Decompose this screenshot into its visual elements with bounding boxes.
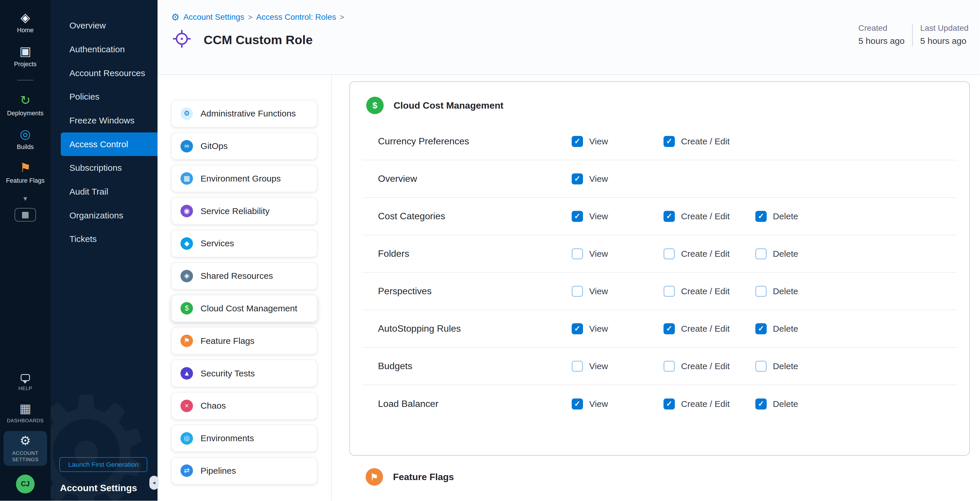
sidebar-item-access-control[interactable]: Access Control xyxy=(61,132,158,156)
checked-checkbox-icon[interactable]: ✓ xyxy=(572,398,583,410)
checked-checkbox-icon[interactable]: ✓ xyxy=(572,136,583,147)
checked-checkbox-icon[interactable]: ✓ xyxy=(663,136,675,147)
unchecked-checkbox-icon[interactable] xyxy=(572,248,583,260)
permission-create-edit-toggle[interactable]: ✓Create / Edit xyxy=(663,398,755,410)
category-gitops[interactable]: ∞GitOps xyxy=(171,132,317,160)
permission-view-toggle[interactable]: ✓View xyxy=(572,211,663,222)
shared-resources-icon: ◈ xyxy=(180,270,193,282)
launch-first-generation-button[interactable]: Launch First Generation xyxy=(59,457,147,472)
unchecked-checkbox-icon[interactable] xyxy=(572,286,583,297)
harness-home-icon: ◈ xyxy=(21,11,30,24)
unchecked-checkbox-icon[interactable] xyxy=(663,248,675,260)
permission-create-edit-toggle[interactable]: Create / Edit xyxy=(663,248,755,260)
sidebar-item-audit-trail[interactable]: Audit Trail xyxy=(51,180,158,204)
permission-row-overview: Overview✓View xyxy=(363,160,957,198)
page-title: CCM Custom Role xyxy=(204,33,313,47)
chaos-icon: × xyxy=(180,400,193,412)
checked-checkbox-icon[interactable]: ✓ xyxy=(663,323,675,335)
checked-checkbox-icon[interactable]: ✓ xyxy=(663,211,675,222)
category-shared-resources[interactable]: ◈Shared Resources xyxy=(171,262,317,290)
services-icon: ◆ xyxy=(180,237,193,250)
breadcrumb-separator: > xyxy=(248,13,252,22)
permission-view-toggle[interactable]: View xyxy=(572,361,663,372)
rail-item-home[interactable]: ◈Home xyxy=(3,8,48,38)
category-services[interactable]: ◆Services xyxy=(171,230,317,257)
permission-view-toggle[interactable]: View xyxy=(572,248,663,260)
permission-row-autostopping-rules: AutoStopping Rules✓View✓Create / Edit✓De… xyxy=(363,310,957,348)
checked-checkbox-icon[interactable]: ✓ xyxy=(755,398,767,410)
permission-view-toggle[interactable]: View xyxy=(572,286,663,297)
breadcrumb-account-settings[interactable]: Account Settings xyxy=(183,13,244,22)
service-reliability-icon: ◉ xyxy=(180,205,193,217)
category-label: Environments xyxy=(200,433,254,443)
category-environment-groups[interactable]: ▦Environment Groups xyxy=(171,165,317,193)
permission-row-load-balancer: Load Balancer✓View✓Create / Edit✓Delete xyxy=(363,385,957,423)
checked-checkbox-icon[interactable]: ✓ xyxy=(572,211,583,222)
permission-delete-toggle[interactable]: Delete xyxy=(755,361,957,372)
chevron-down-icon[interactable]: ▾ xyxy=(24,194,27,203)
sidebar-item-organizations[interactable]: Organizations xyxy=(51,204,158,227)
unchecked-checkbox-icon[interactable] xyxy=(755,361,767,372)
checked-checkbox-icon[interactable]: ✓ xyxy=(572,323,583,335)
rail-item-feature-flags[interactable]: ⚑Feature Flags xyxy=(3,158,48,188)
category-pipelines[interactable]: ⇄Pipelines xyxy=(171,457,317,485)
permission-create-edit-toggle[interactable]: ✓Create / Edit xyxy=(663,323,755,335)
permission-view-toggle[interactable]: ✓View xyxy=(572,398,663,410)
rail-item-builds[interactable]: ◎Builds xyxy=(3,124,48,154)
user-avatar[interactable]: CJ xyxy=(16,474,35,493)
sidebar-item-account-resources[interactable]: Account Resources xyxy=(51,61,158,85)
permission-create-edit-toggle[interactable]: Create / Edit xyxy=(663,361,755,372)
checkbox-label: Create / Edit xyxy=(681,211,729,221)
unchecked-checkbox-icon[interactable] xyxy=(755,286,767,297)
permission-create-edit-toggle[interactable]: ✓Create / Edit xyxy=(663,136,755,147)
rail-item-projects[interactable]: ▣Projects xyxy=(3,41,48,71)
permission-delete-toggle[interactable]: ✓Delete xyxy=(755,398,957,410)
unchecked-checkbox-icon[interactable] xyxy=(663,361,675,372)
permission-create-edit-toggle[interactable]: ✓Create / Edit xyxy=(663,211,755,222)
rail-item-help[interactable]: HELP xyxy=(3,371,48,395)
breadcrumb-access-control-roles[interactable]: Access Control: Roles xyxy=(256,13,336,22)
security-tests-icon: ▲ xyxy=(180,367,193,380)
category-security-tests[interactable]: ▲Security Tests xyxy=(171,360,317,387)
rail-item-label: ACCOUNT SETTINGS xyxy=(6,450,45,463)
permission-view-toggle[interactable]: ✓View xyxy=(572,323,663,335)
unchecked-checkbox-icon[interactable] xyxy=(663,286,675,297)
category-chaos[interactable]: ×Chaos xyxy=(171,392,317,420)
checked-checkbox-icon[interactable]: ✓ xyxy=(755,323,767,335)
collapse-sidebar-button[interactable]: ◂ xyxy=(150,476,159,489)
rail-item-dashboards[interactable]: ▦DASHBOARDS xyxy=(3,398,48,427)
category-service-reliability[interactable]: ◉Service Reliability xyxy=(171,197,317,225)
category-cloud-cost-management[interactable]: $Cloud Cost Management xyxy=(171,295,317,322)
sidebar-item-freeze-windows[interactable]: Freeze Windows xyxy=(51,109,158,132)
account-settings-gear-icon: ⚙ xyxy=(171,13,180,22)
unchecked-checkbox-icon[interactable] xyxy=(755,248,767,260)
feature-flags-section-header: ⚑ Feature Flags xyxy=(349,456,970,501)
rail-item-account-settings[interactable]: ⚙ACCOUNT SETTINGS xyxy=(3,431,48,466)
checkbox-label: Create / Edit xyxy=(681,361,729,371)
permission-view-toggle[interactable]: ✓View xyxy=(572,173,663,185)
sidebar-item-policies[interactable]: Policies xyxy=(51,85,158,109)
sidebar-item-subscriptions[interactable]: Subscriptions xyxy=(51,156,158,180)
category-environments[interactable]: ◎Environments xyxy=(171,425,317,452)
permission-name: Load Balancer xyxy=(378,398,572,409)
checkbox-label: Create / Edit xyxy=(681,249,729,259)
checked-checkbox-icon[interactable]: ✓ xyxy=(572,173,583,185)
permission-delete-toggle[interactable]: ✓Delete xyxy=(755,323,957,335)
checked-checkbox-icon[interactable]: ✓ xyxy=(755,211,767,222)
permission-delete-toggle[interactable]: ✓Delete xyxy=(755,211,957,222)
unchecked-checkbox-icon[interactable] xyxy=(572,361,583,372)
permission-delete-toggle[interactable]: Delete xyxy=(755,248,957,260)
rail-item-label: Deployments xyxy=(7,110,43,117)
module-grid-button[interactable]: ▦ xyxy=(14,208,36,222)
sidebar-item-authentication[interactable]: Authentication xyxy=(51,38,158,61)
sidebar-items: OverviewAuthenticationAccount ResourcesP… xyxy=(51,14,158,251)
sidebar-item-overview[interactable]: Overview xyxy=(51,14,158,38)
category-feature-flags[interactable]: ⚑Feature Flags xyxy=(171,327,317,355)
rail-item-deployments[interactable]: ↻Deployments xyxy=(3,90,48,120)
checked-checkbox-icon[interactable]: ✓ xyxy=(663,398,675,410)
permission-view-toggle[interactable]: ✓View xyxy=(572,136,663,147)
permission-delete-toggle[interactable]: Delete xyxy=(755,286,957,297)
category-administrative-functions[interactable]: ⚙Administrative Functions xyxy=(171,100,317,127)
permission-create-edit-toggle[interactable]: Create / Edit xyxy=(663,286,755,297)
sidebar-item-tickets[interactable]: Tickets xyxy=(51,227,158,251)
